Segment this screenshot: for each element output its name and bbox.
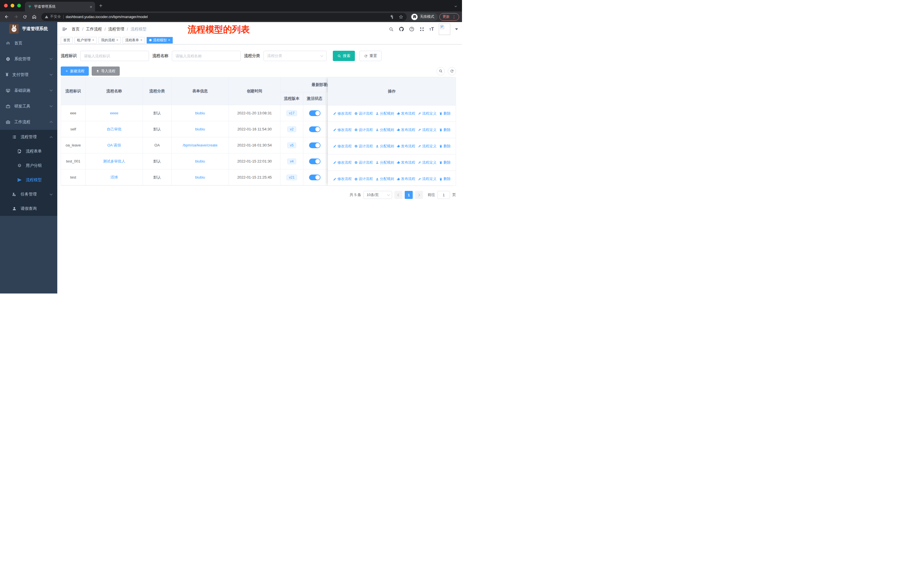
action-修改流程[interactable]: 修改流程 <box>333 177 352 182</box>
active-toggle[interactable] <box>309 126 320 132</box>
reload-icon[interactable] <box>21 13 29 21</box>
reset-button[interactable]: 重置 <box>360 51 381 61</box>
action-发布流程[interactable]: 发布流程 <box>397 144 415 149</box>
filter-key-input[interactable] <box>84 54 145 58</box>
sidebar-item-用户分组[interactable]: 用户分组 <box>0 159 57 173</box>
address-bar[interactable]: 不安全 dashboard.yudao.iocoder.cn/bpm/manag… <box>41 13 407 21</box>
process-name-link[interactable]: OA 请假 <box>107 143 121 147</box>
action-删除[interactable]: 删除 <box>439 127 450 132</box>
version-badge[interactable]: v4 <box>287 159 296 164</box>
action-发布流程[interactable]: 发布流程 <box>397 177 415 182</box>
bookmark-star-icon[interactable] <box>399 15 403 19</box>
minimize-window-button[interactable] <box>11 4 14 7</box>
action-删除[interactable]: 删除 <box>439 144 450 149</box>
form-info-link[interactable]: biubiu <box>195 127 205 131</box>
tag-流程表单[interactable]: 流程表单× <box>122 37 145 43</box>
version-badge[interactable]: v5 <box>287 142 296 148</box>
back-icon[interactable] <box>3 13 10 21</box>
process-name-link[interactable]: 测试多审批人 <box>103 159 125 164</box>
action-发布流程[interactable]: 发布流程 <box>397 111 415 116</box>
active-toggle[interactable] <box>309 142 320 148</box>
action-设计流程[interactable]: 设计流程 <box>354 160 373 165</box>
action-分配规则[interactable]: 分配规则 <box>376 144 394 149</box>
sidebar-item-研发工具[interactable]: 研发工具 <box>0 98 57 114</box>
page-size-select[interactable]: 10条/页 <box>363 191 392 199</box>
search-icon[interactable] <box>389 26 394 32</box>
avatar[interactable] <box>439 23 450 35</box>
filter-name-input[interactable] <box>176 54 237 58</box>
action-设计流程[interactable]: 设计流程 <box>354 177 373 182</box>
password-key-icon[interactable] <box>390 15 395 19</box>
form-info-link[interactable]: biubiu <box>195 159 205 164</box>
action-修改流程[interactable]: 修改流程 <box>333 127 352 132</box>
form-info-link[interactable]: /bpm/oa/leave/create <box>183 143 218 147</box>
refresh-button[interactable] <box>448 67 456 75</box>
action-流程定义[interactable]: 流程定义 <box>418 160 437 165</box>
search-button[interactable]: 搜索 <box>333 51 355 61</box>
page-number-1[interactable]: 1 <box>405 191 413 199</box>
github-icon[interactable] <box>399 26 404 32</box>
sidebar-item-流程模型[interactable]: 流程模型 <box>0 173 57 187</box>
sidebar-item-工作流程[interactable]: 工作流程 <box>0 114 57 130</box>
action-发布流程[interactable]: 发布流程 <box>397 160 415 165</box>
tab-close-icon[interactable]: × <box>90 5 92 9</box>
help-icon[interactable] <box>409 26 414 32</box>
breadcrumb-process-manage[interactable]: 流程管理 <box>108 26 124 32</box>
action-设计流程[interactable]: 设计流程 <box>354 111 373 116</box>
new-tab-button[interactable]: + <box>99 3 102 9</box>
browser-tab[interactable]: 芋道管理系统 × <box>25 2 95 12</box>
action-分配规则[interactable]: 分配规则 <box>376 111 394 116</box>
browser-menu-kebab-icon[interactable]: ⋮ <box>452 15 456 19</box>
tag-流程模型[interactable]: 流程模型× <box>147 37 173 43</box>
version-badge[interactable]: v17 <box>286 110 297 116</box>
active-toggle[interactable] <box>309 110 320 116</box>
update-chrome-button[interactable]: 更新 ⋮ <box>439 13 459 21</box>
version-badge[interactable]: v21 <box>286 175 297 180</box>
zoom-window-button[interactable] <box>17 4 21 7</box>
import-process-button[interactable]: 导入流程 <box>92 66 120 76</box>
form-info-link[interactable]: biubiu <box>195 111 205 115</box>
filter-category-select[interactable]: 流程分类 <box>264 51 327 61</box>
tag-close-icon[interactable]: × <box>140 38 142 42</box>
home-icon[interactable] <box>30 13 38 21</box>
action-分配规则[interactable]: 分配规则 <box>376 160 394 165</box>
breadcrumb-home[interactable]: 首页 <box>72 26 80 32</box>
action-分配规则[interactable]: 分配规则 <box>376 177 394 182</box>
font-size-icon[interactable]: TT <box>429 26 434 32</box>
action-流程定义[interactable]: 流程定义 <box>418 177 437 182</box>
action-流程定义[interactable]: 流程定义 <box>418 144 437 149</box>
form-info-link[interactable]: biubiu <box>195 175 205 179</box>
sidebar-item-首页[interactable]: 首页 <box>0 35 57 51</box>
sidebar-item-请假查询[interactable]: 请假查询 <box>0 202 57 216</box>
action-流程定义[interactable]: 流程定义 <box>418 127 437 132</box>
fullscreen-icon[interactable] <box>419 26 424 32</box>
sidebar-item-流程表单[interactable]: 流程表单 <box>0 144 57 159</box>
action-流程定义[interactable]: 流程定义 <box>418 111 437 116</box>
create-process-button[interactable]: 新建流程 <box>61 66 89 76</box>
tag-租户管理[interactable]: 租户管理× <box>74 37 97 43</box>
app-logo[interactable]: 芋道管理系统 <box>0 22 57 35</box>
action-发布流程[interactable]: 发布流程 <box>397 127 415 132</box>
next-page-button[interactable] <box>415 191 423 199</box>
sidebar-item-基础设施[interactable]: 基础设施 <box>0 83 57 98</box>
process-name-link[interactable]: 自己审批 <box>107 127 122 131</box>
prev-page-button[interactable] <box>394 191 403 199</box>
action-设计流程[interactable]: 设计流程 <box>354 127 373 132</box>
hide-search-button[interactable] <box>437 67 445 75</box>
action-删除[interactable]: 删除 <box>439 111 450 116</box>
tag-close-icon[interactable]: × <box>92 38 94 42</box>
tag-close-icon[interactable]: × <box>168 38 170 42</box>
close-window-button[interactable] <box>4 4 8 7</box>
active-toggle[interactable] <box>309 175 320 180</box>
collapse-sidebar-icon[interactable] <box>59 24 69 34</box>
version-badge[interactable]: v2 <box>287 126 296 132</box>
sidebar-item-支付管理[interactable]: ¥支付管理 <box>0 67 57 83</box>
tag-我的流程[interactable]: 我的流程× <box>99 37 121 43</box>
action-删除[interactable]: 删除 <box>439 177 450 182</box>
avatar-caret-icon[interactable] <box>455 28 458 30</box>
action-修改流程[interactable]: 修改流程 <box>333 160 352 165</box>
sidebar-item-系统管理[interactable]: 系统管理 <box>0 51 57 67</box>
sidebar-item-流程管理[interactable]: 流程管理 <box>0 130 57 144</box>
active-toggle[interactable] <box>309 159 320 164</box>
forward-icon[interactable] <box>12 13 20 21</box>
